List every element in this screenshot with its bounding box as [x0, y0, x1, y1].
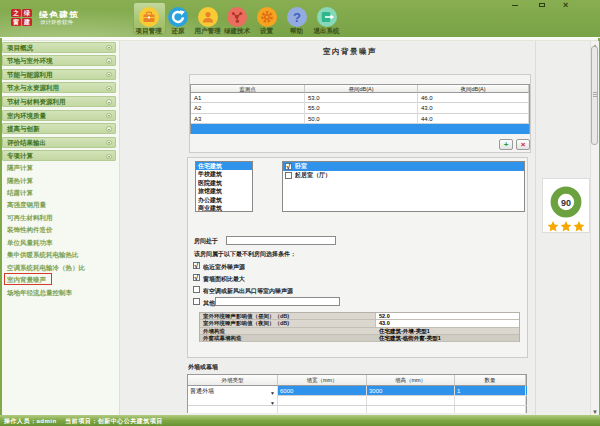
- svg-text:90: 90: [561, 198, 571, 208]
- svg-text:?: ?: [293, 10, 301, 25]
